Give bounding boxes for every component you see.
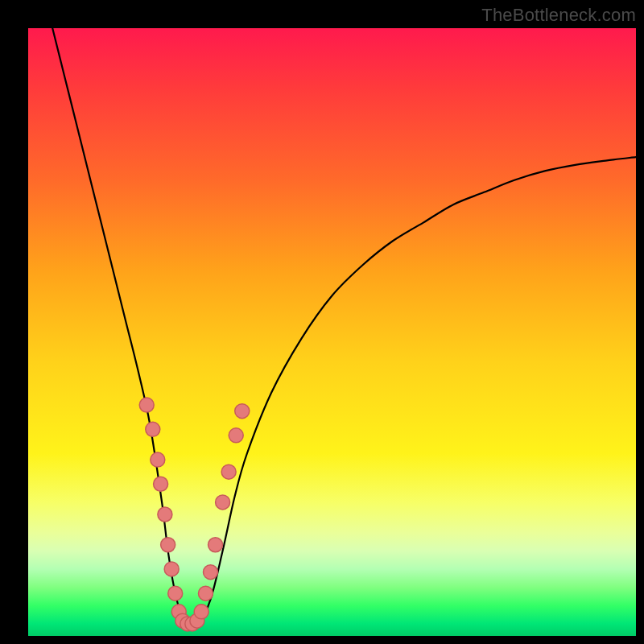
curve-marker [216, 495, 230, 510]
curve-marker [161, 538, 175, 552]
curve-marker [139, 398, 154, 412]
curve-marker [194, 605, 208, 619]
curve-marker [158, 507, 172, 522]
curve-marker [208, 538, 223, 552]
watermark-text: TheBottleneck.com [481, 5, 636, 26]
curve-marker [221, 464, 236, 479]
plot-area [28, 28, 636, 636]
curve-marker [168, 586, 183, 601]
curve-markers [139, 398, 250, 631]
curve-marker [154, 477, 168, 491]
curve-svg [28, 28, 636, 636]
curve-marker [146, 422, 160, 436]
curve-marker [229, 428, 243, 443]
curve-marker [204, 565, 218, 580]
curve-marker [198, 586, 213, 601]
curve-marker [151, 452, 165, 467]
curve-marker [164, 562, 179, 576]
curve-marker [235, 404, 250, 419]
bottleneck-curve [52, 28, 636, 626]
chart-frame: TheBottleneck.com [0, 0, 644, 644]
